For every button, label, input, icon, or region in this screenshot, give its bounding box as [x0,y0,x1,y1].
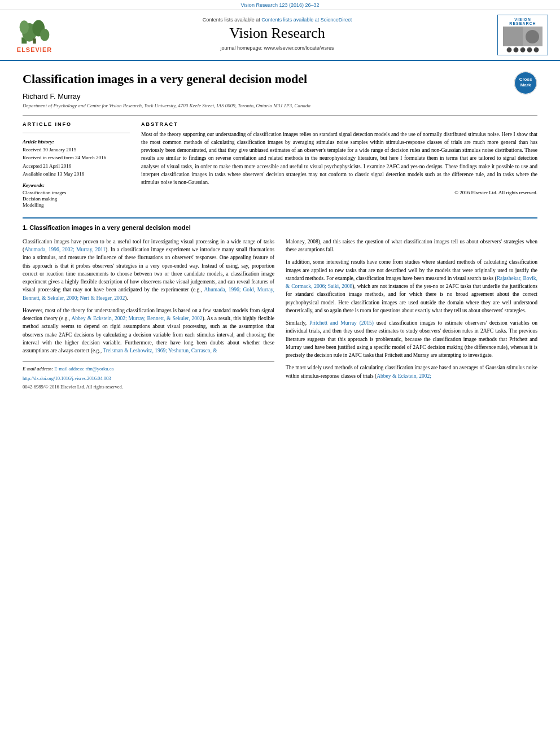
body-para-r2: In addition, some interesting results ha… [286,258,537,314]
divider-1 [23,115,537,116]
accepted-date: Accepted 21 April 2016 [23,163,130,170]
vr-logo-dots: ⚫ ⚫ ⚫ ⚫ ⚫ [501,47,544,53]
journal-name: Vision Research [60,25,495,42]
sciencedirect-link[interactable]: Contents lists available at ScienceDirec… [261,17,352,23]
svg-rect-7 [503,27,523,46]
keyword-2: Decision making [23,196,130,202]
article-info-abstract-row: ARTICLE INFO Article history: Received 3… [23,121,537,208]
received-date: Received 30 January 2015 [23,146,130,154]
ref-pritchett[interactable]: Pritchett and Murray (2015) [309,320,374,326]
keywords-label: Keywords: [23,182,130,188]
maloney-ref: Maloney, 2008), and this raises the ques… [286,239,537,252]
body-para-r1: Maloney, 2008), and this raises the ques… [286,238,537,254]
journal-homepage-line: journal homepage: www.elsevier.com/locat… [60,45,495,51]
author-affiliation: Department of Psychology and Centre for … [23,103,537,108]
svg-point-8 [526,30,539,43]
journal-citation-bar: Vision Research 123 (2016) 26–32 [0,0,560,10]
elsevier-logo: ELSEVIER [17,17,52,53]
received-revised-date: Received in revised form 24 March 2016 [23,154,130,161]
divider-ai [23,133,130,133]
elsevier-logo-area: ELSEVIER [9,15,60,55]
ref-ahumada-1996[interactable]: Ahumada, 1996, 2002; Murray, 2011 [24,247,106,252]
article-title: Classification images in a very general … [23,71,537,88]
svg-point-3 [40,29,49,41]
article-history-label: Article history: [23,139,130,145]
ref-rajashekar[interactable]: Rajashekar, Bovik, & Cormack, 2006; Saik… [286,276,537,289]
footnote-doi[interactable]: http://dx.doi.org/10.1016/j.visres.2016.… [23,375,274,382]
crossmark-icon: Cross Mark [514,71,537,95]
body-col-right: Maloney, 2008), and this raises the ques… [286,238,537,391]
body-columns: Classification images have proven to be … [23,238,537,391]
abstract-panel: ABSTRACT Most of the theory supporting o… [141,121,537,208]
vr-logo-box: VISION RESEARCH ⚫ ⚫ ⚫ ⚫ ⚫ [497,15,548,55]
vision-research-logo-area: VISION RESEARCH ⚫ ⚫ ⚫ ⚫ ⚫ [495,15,551,55]
elsevier-label: ELSEVIER [17,46,52,53]
footnote-copyright: 0042-6989/© 2016 Elsevier Ltd. All right… [23,383,274,391]
svg-point-4 [20,20,29,34]
crossmark-area: Cross Mark [514,71,537,96]
footnote-email: E-mail address: E-mail address: rfm@york… [23,365,274,373]
ref-abbey[interactable]: Abbey & Eckstein, 2002; Murray, Bennett,… [71,316,202,321]
abstract-body: Most of the theory supporting our unders… [141,130,537,187]
based-text: based [439,365,452,370]
body-col-left: Classification images have proven to be … [23,238,274,391]
vr-logo-top-label: VISION RESEARCH [501,18,544,25]
body-para-r4: The most widely used methods of calculat… [286,364,537,380]
section-1-heading: 1. Classification images in a very gener… [23,224,537,231]
content-area: Cross Mark Classification images in a ve… [0,61,560,401]
author-name: Richard F. Murray [23,92,537,101]
article-info-panel: ARTICLE INFO Article history: Received 3… [23,121,130,208]
ref-treisman[interactable]: Treisman & Leshowitz, 1969; Yeshurun, Ca… [103,348,217,353]
article-info-heading: ARTICLE INFO [23,121,130,127]
elsevier-tree-icon [18,17,51,45]
body-para-2: However, most of the theory for understa… [23,307,274,355]
footnote-area: E-mail address: E-mail address: rfm@york… [23,361,274,390]
available-online-date: Available online 13 May 2016 [23,171,130,178]
abstract-heading: ABSTRACT [141,121,537,127]
journal-title-area: Contents lists available at Contents lis… [60,15,495,55]
svg-text:Mark: Mark [520,82,531,88]
email-link[interactable]: E-mail address: rfm@yorku.ca [54,366,113,372]
copyright-line: © 2016 Elsevier Ltd. All rights reserved… [141,190,537,195]
svg-text:Cross: Cross [519,77,532,82]
page: Vision Research 123 (2016) 26–32 ELSEVIE… [0,0,560,747]
svg-rect-5 [33,38,36,43]
body-para-r3: Similarly, Pritchett and Murray (2015) u… [286,319,537,359]
keyword-1: Classification images [23,190,130,195]
ref-ahumada-gold[interactable]: Ahumada, 1996; Gold, Murray, Bennett, & … [23,287,274,300]
journal-header: ELSEVIER Contents lists available at Con… [0,10,560,61]
divider-body [23,217,537,219]
journal-citation: Vision Research 123 (2016) 26–32 [241,2,320,8]
keyword-3: Modelling [23,202,130,208]
contents-available-line: Contents lists available at Contents lis… [60,17,495,23]
vr-logo-image [503,27,542,46]
article-title-area: Cross Mark Classification images in a ve… [23,71,537,88]
body-para-1: Classification images have proven to be … [23,238,274,302]
ref-abbey-2[interactable]: Abbey & Eckstein, 2002; [377,373,431,379]
